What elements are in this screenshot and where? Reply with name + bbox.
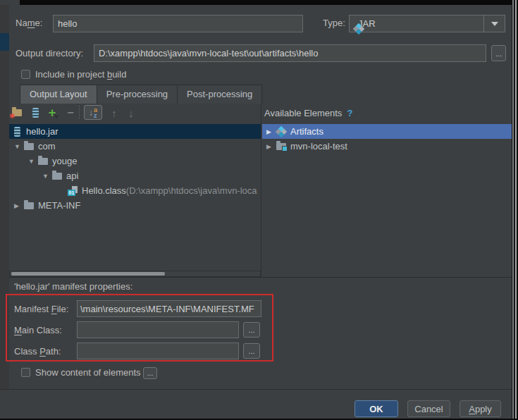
panel-divider [261, 104, 261, 277]
jar-icon [12, 127, 22, 137]
output-directory-browse-button[interactable]: ... [491, 45, 506, 61]
folder-icon [38, 156, 48, 166]
help-icon[interactable]: ? [347, 108, 353, 118]
archive-icon [32, 108, 39, 118]
move-up-button[interactable] [107, 106, 121, 120]
output-directory-label: Output directory: [16, 48, 83, 58]
horizontal-scrollbar[interactable] [9, 271, 261, 277]
move-down-button[interactable] [124, 106, 138, 120]
ok-button[interactable]: OK [354, 400, 398, 417]
main-class-label: Main Class: [14, 325, 62, 335]
panel-bottom-border [9, 277, 512, 278]
folder-icon [52, 171, 62, 181]
output-layout-tree: hello.jar ▼ com ▼ youge ▼ api Hello.clas… [9, 124, 261, 271]
tab-pre-processing[interactable]: Pre-processing [97, 85, 178, 104]
name-label: Name: [16, 18, 42, 28]
manifest-file-input[interactable] [77, 300, 261, 317]
class-path-input[interactable] [77, 342, 239, 359]
main-class-input[interactable] [77, 321, 239, 338]
manifest-file-label: Manifest File: [14, 304, 68, 314]
type-select[interactable]: JAR [349, 15, 505, 32]
new-star-icon: ✱ [9, 113, 15, 120]
tab-output-layout[interactable]: Output Layout [20, 85, 97, 104]
add-button[interactable] [45, 106, 59, 120]
window-top-edge [20, 0, 518, 5]
footer-divider [0, 389, 518, 390]
tree-row-api[interactable]: ▼ api [9, 168, 261, 183]
folder-icon [24, 142, 34, 152]
artifact-icon [276, 127, 286, 137]
name-input[interactable] [53, 15, 303, 32]
tree-row-com[interactable]: ▼ com [9, 139, 261, 154]
create-archive-button[interactable] [28, 106, 42, 120]
available-elements-title: Available Elements ? [264, 108, 353, 118]
type-label: Type: [323, 18, 345, 28]
tree-row-mvn-local-test[interactable]: ▶ mvn-local-test [262, 139, 512, 154]
show-content-label: Show content of elements [35, 367, 141, 378]
output-directory-input[interactable] [94, 44, 486, 62]
type-value: JAR [354, 18, 483, 29]
expander-icon[interactable]: ▶ [14, 202, 24, 209]
tree-row-hello-jar[interactable]: hello.jar [9, 124, 261, 139]
toolbar-separator [79, 106, 80, 118]
chevron-down-icon [491, 22, 498, 26]
new-directory-button[interactable]: ✱ [10, 106, 24, 120]
sort-az-icon: az [94, 107, 97, 118]
apply-button[interactable]: Apply [460, 400, 501, 417]
include-in-project-build-label: Include in project build [35, 69, 126, 80]
window-edge-line [515, 0, 517, 420]
class-file-icon [68, 186, 78, 196]
available-elements-tree: ▶ Artifacts ▶ mvn-local-test [262, 124, 512, 271]
tab-bar: Output Layout Pre-processing Post-proces… [20, 85, 262, 104]
dropdown-arrow-icon [54, 116, 58, 118]
tree-row-youge[interactable]: ▼ youge [9, 154, 261, 168]
cancel-button[interactable]: Cancel [407, 400, 450, 417]
scrollbar-thumb[interactable] [11, 272, 165, 276]
type-dropdown-button[interactable] [483, 16, 505, 32]
include-in-project-build-checkbox[interactable] [21, 70, 30, 79]
remove-button[interactable] [63, 106, 78, 120]
main-class-browse-button[interactable]: ... [243, 322, 260, 338]
window-edge-line [512, 0, 514, 420]
class-path-text: (D:\xampp\htdocs\java\mvn-loca [126, 185, 257, 196]
new-folder-icon: ✱ [12, 109, 22, 116]
module-icon [276, 142, 286, 152]
expander-icon[interactable]: ▼ [42, 173, 52, 180]
manifest-section-title: 'hello.jar' manifest properties: [14, 281, 132, 292]
tab-post-processing[interactable]: Post-processing [178, 85, 262, 104]
sort-alphabetically-button[interactable]: ↓ az [84, 105, 102, 120]
tree-row-meta-inf[interactable]: ▶ META-INF [9, 198, 261, 213]
tree-row-hello-class[interactable]: Hello.class (D:\xampp\htdocs\java\mvn-lo… [9, 183, 261, 198]
background-selection-fragment [0, 33, 9, 51]
sort-arrow-icon: ↓ [89, 109, 93, 117]
folder-icon [24, 201, 34, 211]
class-path-browse-button[interactable]: ... [243, 343, 260, 359]
show-content-checkbox[interactable] [21, 368, 30, 377]
show-content-options-button[interactable]: ... [143, 367, 157, 379]
expander-icon[interactable]: ▼ [28, 158, 38, 165]
expander-icon[interactable]: ▶ [266, 143, 276, 150]
expander-icon[interactable]: ▼ [14, 143, 24, 150]
class-path-label: Class Path: [14, 346, 61, 357]
tree-row-artifacts[interactable]: ▶ Artifacts [262, 124, 512, 139]
artifact-settings-dialog: Name: Type: JAR Output directory: ... In… [0, 0, 518, 420]
